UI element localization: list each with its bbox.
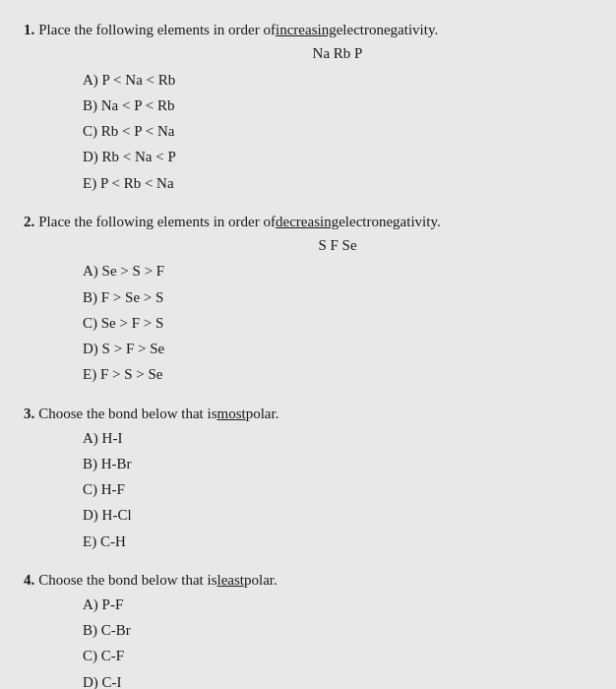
question-4: 4. Choose the bond below that is least p… (24, 568, 592, 689)
question-4-text-before: Choose the bond below that is (38, 568, 216, 592)
question-1-text-before: Place the following elements in order of (38, 18, 276, 41)
q4-choice-b: B) C-Br (83, 617, 592, 643)
q1-choice-c: C) Rb < P < Na (83, 118, 592, 144)
question-2-line: 2. Place the following elements in order… (24, 210, 592, 233)
q2-choice-b: B) F > Se > S (83, 284, 592, 310)
q4-choice-c: C) C-F (83, 643, 592, 668)
question-3-text-after: polar. (246, 402, 279, 425)
question-2-number: 2. (24, 210, 34, 233)
question-1-elements: Na Rb P (83, 41, 592, 67)
question-1-choices: A) P < Na < Rb B) Na < P < Rb C) Rb < P … (83, 67, 592, 196)
q1-choice-b: B) Na < P < Rb (83, 93, 592, 118)
question-3: 3. Choose the bond below that is most po… (24, 402, 592, 554)
q1-choice-d: D) Rb < Na < P (83, 144, 592, 169)
q3-choice-b: B) H-Br (83, 451, 592, 476)
q3-choice-d: D) H-Cl (83, 502, 592, 528)
question-3-line: 3. Choose the bond below that is most po… (24, 402, 592, 425)
question-2-text-before: Place the following elements in order of (38, 210, 276, 233)
question-2: 2. Place the following elements in order… (24, 210, 592, 388)
question-4-underlined: least (216, 568, 244, 592)
question-2-choices: A) Se > S > F B) F > Se > S C) Se > F > … (83, 258, 592, 387)
question-1-underlined: increasing (276, 18, 337, 41)
question-1-number: 1. (24, 18, 34, 41)
question-3-underlined: most (216, 402, 245, 425)
q2-choice-d: D) S > F > Se (83, 336, 592, 361)
q3-choice-c: C) H-F (83, 476, 592, 502)
question-4-number: 4. (24, 568, 34, 592)
question-4-line: 4. Choose the bond below that is least p… (24, 568, 592, 592)
q3-choice-e: E) C-H (83, 529, 592, 554)
page-content: 1. Place the following elements in order… (24, 18, 592, 689)
q4-choice-d: D) C-I (83, 669, 592, 690)
q3-choice-a: A) H-I (83, 425, 592, 451)
q2-choice-e: E) F > S > Se (83, 361, 592, 387)
question-2-underlined: decreasing (276, 210, 339, 233)
question-3-choices: A) H-I B) H-Br C) H-F D) H-Cl E) C-H (83, 425, 592, 554)
question-1-line: 1. Place the following elements in order… (24, 18, 592, 41)
question-1-text-after: electronegativity. (337, 18, 439, 41)
q2-choice-c: C) Se > F > S (83, 310, 592, 336)
question-2-text-after: electronegativity. (339, 210, 441, 233)
q1-choice-a: A) P < Na < Rb (83, 67, 592, 93)
question-1: 1. Place the following elements in order… (24, 18, 592, 196)
question-2-elements: S F Se (83, 233, 592, 259)
question-3-text-before: Choose the bond below that is (38, 402, 216, 425)
question-4-choices: A) P-F B) C-Br C) C-F D) C-I E) C-Cl (83, 592, 592, 689)
question-4-text-after: polar. (244, 568, 277, 592)
q4-choice-a: A) P-F (83, 592, 592, 617)
q2-choice-a: A) Se > S > F (83, 258, 592, 283)
q1-choice-e: E) P < Rb < Na (83, 170, 592, 196)
question-3-number: 3. (24, 402, 34, 425)
